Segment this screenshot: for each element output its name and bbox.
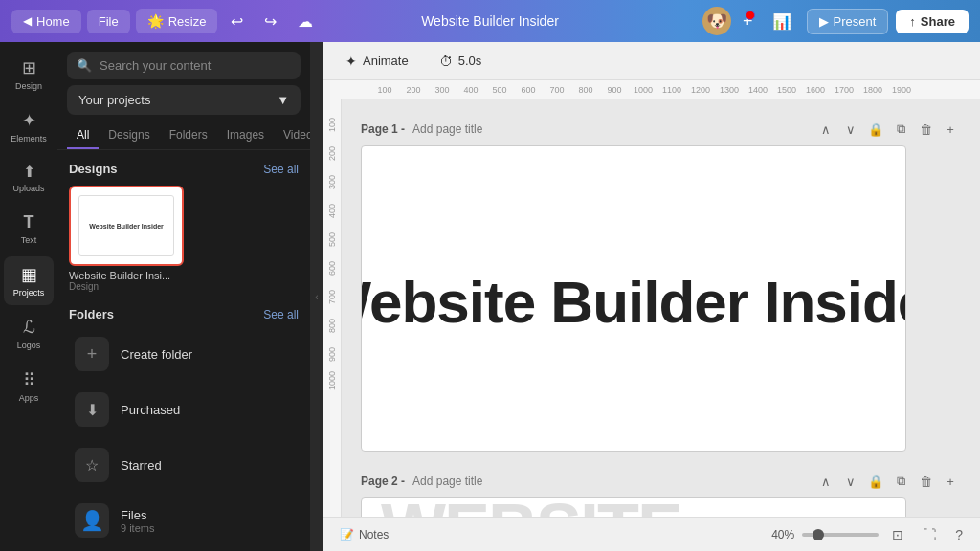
ruler-tick: 700: [543, 85, 571, 95]
avatar-button[interactable]: 🐶: [702, 7, 731, 35]
page1-delete-button[interactable]: 🗑: [915, 119, 936, 140]
redo-button[interactable]: ↪: [256, 8, 284, 35]
clock-icon: ⏱: [439, 54, 453, 69]
files-avatar-icon: 👤: [80, 509, 104, 532]
notes-button[interactable]: 📝 Notes: [334, 525, 394, 544]
sidebar-item-logos[interactable]: ℒ Logos: [4, 309, 54, 358]
ruler-tick: 800: [571, 85, 600, 95]
ruler-tick: 1800: [858, 85, 887, 95]
sidebar-item-apps[interactable]: ⠿ Apps: [4, 362, 54, 410]
animate-button[interactable]: ✦ Animate: [338, 50, 416, 73]
create-folder-icon-wrap: +: [75, 337, 109, 371]
ruler-tick: 1700: [830, 85, 858, 95]
ruler-tick: 1900: [887, 85, 916, 95]
page2-down-button[interactable]: ∨: [840, 471, 861, 492]
sidebar-item-text[interactable]: T Text: [4, 205, 54, 253]
page2-add-button[interactable]: +: [940, 471, 961, 492]
tab-designs[interactable]: Designs: [99, 122, 159, 149]
tab-images[interactable]: Images: [217, 122, 274, 149]
undo-button[interactable]: ↩: [223, 8, 251, 35]
canvas-scroll[interactable]: 100 200 300 400 500 600 700 800 900 1000…: [323, 99, 980, 517]
logos-icon: ℒ: [23, 317, 35, 338]
ruler-ticks: 100 200 300 400 500 600 700 800 900 1000…: [342, 85, 916, 95]
page1-lock-button[interactable]: 🔒: [865, 119, 886, 140]
ruler-tick: 900: [600, 85, 629, 95]
ruler-tick: 1100: [657, 85, 686, 95]
page2-title-input[interactable]: [412, 474, 556, 488]
starred-folder-item[interactable]: ☆ Starred: [63, 438, 304, 492]
resize-label: Resize: [168, 14, 207, 29]
projects-label: Projects: [13, 288, 45, 298]
sidebar-item-uploads[interactable]: ⬆ Uploads: [4, 155, 54, 201]
bottom-bar: 📝 Notes 40% ⊡ ⛶ ?: [323, 517, 980, 551]
page1-header: Page 1 - ∧ ∨ 🔒 ⧉ 🗑 +: [361, 119, 961, 140]
page1-add-button[interactable]: +: [940, 119, 961, 140]
file-button[interactable]: File: [87, 10, 130, 33]
design-icon: ⊞: [22, 57, 36, 78]
designs-section-title: Designs: [69, 162, 118, 176]
design-label: Design: [15, 81, 42, 91]
ruler-tick: 1300: [715, 85, 744, 95]
page1-up-button[interactable]: ∧: [815, 119, 836, 140]
logos-label: Logos: [17, 341, 41, 350]
designs-grid: Website Builder Insider Website Builder …: [57, 182, 310, 296]
purchased-folder-item[interactable]: ⬇ Purchased: [63, 383, 304, 436]
chevron-down-icon: ▼: [277, 93, 289, 107]
share-icon: ↑: [909, 14, 916, 29]
page1-content-text: Website Builder Insider: [361, 268, 906, 336]
purchased-icon-wrap: ⬇: [75, 392, 109, 427]
help-button[interactable]: ?: [949, 524, 969, 545]
fullscreen-button[interactable]: ⛶: [917, 524, 942, 545]
duration-button[interactable]: ⏱ 5.0s: [432, 50, 490, 73]
present-button[interactable]: ▶ Present: [807, 9, 889, 34]
ruler-tick: 1000: [629, 85, 657, 95]
sidebar-item-design[interactable]: ⊞ Design: [4, 50, 54, 99]
duration-label: 5.0s: [458, 54, 482, 68]
zoom-slider[interactable]: [802, 533, 879, 537]
sidebar-item-projects[interactable]: ▦ Projects: [4, 256, 54, 305]
resize-button[interactable]: 🌟 Resize: [136, 9, 218, 33]
add-button[interactable]: +: [739, 9, 757, 34]
apps-icon: ⠿: [23, 369, 35, 390]
animate-bar: ✦ Animate ⏱ 5.0s: [323, 42, 980, 80]
search-input[interactable]: [100, 58, 291, 73]
tab-videos[interactable]: Videos: [274, 122, 311, 149]
ruler-tick: 200: [399, 85, 428, 95]
thumb-inner: Website Builder Insider: [78, 195, 174, 256]
page2-copy-button[interactable]: ⧉: [890, 471, 911, 492]
ruler-tick: 1200: [686, 85, 715, 95]
page2-canvas[interactable]: WEBSITE: [361, 497, 906, 517]
files-folder-item[interactable]: 👤 Files 9 items: [63, 494, 304, 547]
create-folder-item[interactable]: + Create folder: [63, 327, 304, 381]
sidebar-item-elements[interactable]: ✦ Elements: [4, 102, 54, 151]
page1-down-button[interactable]: ∨: [840, 119, 861, 140]
home-button[interactable]: ◀ Home: [11, 10, 81, 33]
projects-dropdown[interactable]: Your projects ▼: [67, 85, 301, 115]
chart-button[interactable]: 📊: [765, 8, 799, 35]
designs-see-all[interactable]: See all: [263, 163, 299, 176]
tab-folders[interactable]: Folders: [160, 122, 217, 149]
ruler-vtick: 800: [327, 304, 337, 333]
fit-screen-button[interactable]: ⊡: [886, 524, 909, 545]
design-card[interactable]: Website Builder Insider Website Builder …: [69, 186, 184, 292]
page2-label: Page 2 -: [361, 474, 405, 488]
share-button[interactable]: ↑ Share: [896, 10, 969, 33]
page2-wrapper: Page 2 - ∧ ∨ 🔒 ⧉ 🗑 + WEBSITE: [361, 471, 961, 517]
collapse-handle[interactable]: ‹: [311, 42, 323, 551]
designs-section-header: Designs See all: [57, 158, 310, 182]
apps-label: Apps: [19, 393, 39, 403]
cloud-button[interactable]: ☁: [290, 8, 321, 35]
page1-canvas[interactable]: Website Builder Insider ↻: [361, 145, 906, 452]
page1-title-input[interactable]: [412, 122, 556, 136]
search-icon: 🔍: [77, 58, 92, 73]
folders-see-all[interactable]: See all: [263, 308, 299, 321]
page2-up-button[interactable]: ∧: [815, 471, 836, 492]
ruler-tick: 1600: [801, 85, 830, 95]
ruler-vtick: 100: [327, 103, 337, 132]
ruler-vtick: 600: [327, 247, 337, 276]
page2-lock-button[interactable]: 🔒: [865, 471, 886, 492]
page2-delete-button[interactable]: 🗑: [915, 471, 936, 492]
page1-copy-button[interactable]: ⧉: [890, 119, 911, 140]
tab-all[interactable]: All: [67, 122, 99, 149]
canvas-area: ✦ Animate ⏱ 5.0s 100 200 300 400 500 600…: [323, 42, 980, 551]
